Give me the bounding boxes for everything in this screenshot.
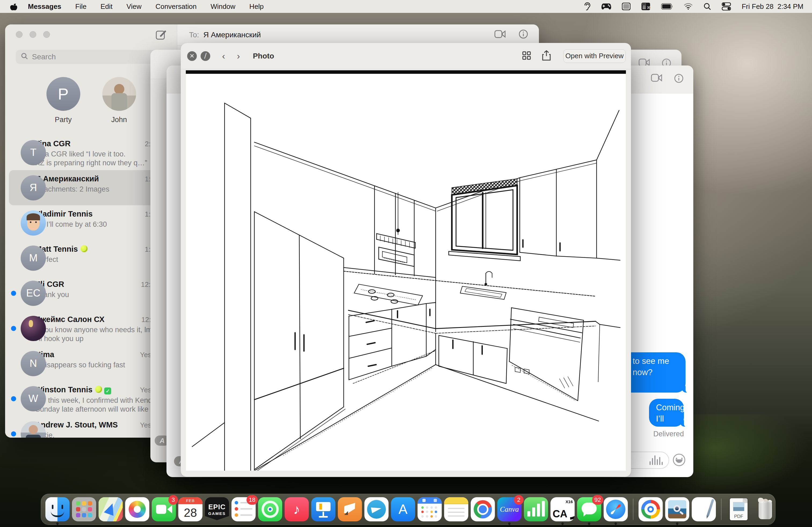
avatar: [102, 77, 136, 111]
message-bubble-outgoing[interactable]: Coming I’ll: [649, 399, 684, 427]
traffic-lights[interactable]: [16, 31, 50, 38]
menu-item-help[interactable]: Help: [249, 2, 264, 11]
video-call-icon[interactable]: [651, 74, 663, 84]
zoom-window-button[interactable]: [43, 31, 50, 38]
control-center-icon[interactable]: [722, 2, 731, 11]
share-icon[interactable]: [542, 50, 551, 62]
dock-divider: [633, 499, 634, 520]
minimize-window-button[interactable]: [30, 31, 36, 38]
photo-preview: [186, 70, 626, 471]
dock-item-launchpad[interactable]: [72, 497, 96, 521]
dock-item-pdf-document[interactable]: PDF: [727, 497, 751, 521]
video-call-icon[interactable]: [494, 30, 506, 40]
running-indicator-dot: [562, 523, 564, 525]
tennis-ball-icon: [95, 386, 102, 393]
battery-icon[interactable]: [661, 3, 673, 10]
dock-divider: [721, 499, 722, 520]
dock-item-find-my[interactable]: [258, 497, 282, 521]
dock-item-app-store[interactable]: A: [391, 497, 415, 521]
avatar: N: [21, 351, 46, 376]
quicklook-window: ✕ ⧸ ‹ › Photo Open with Preview: [181, 43, 631, 477]
svg-text:⌘: ⌘: [647, 6, 650, 10]
quicklook-toolbar: ✕ ⧸ ‹ › Photo Open with Preview: [181, 43, 631, 69]
open-with-preview-button[interactable]: Open with Preview: [563, 49, 626, 63]
unread-dot: [11, 291, 16, 296]
photo-top-black-bar: [186, 70, 626, 74]
info-icon[interactable]: [519, 29, 528, 41]
avatar: T: [21, 140, 46, 165]
compose-icon[interactable]: [155, 29, 167, 42]
close-icon[interactable]: ✕: [187, 51, 197, 61]
dock-item-numbers[interactable]: [524, 497, 548, 521]
command-window-icon[interactable]: ⌘: [641, 2, 650, 11]
kitchen-line-drawing: [186, 74, 626, 471]
dock-item-finder[interactable]: [45, 497, 70, 521]
pinned-contact-party[interactable]: P Party: [46, 77, 80, 124]
audio-waveform-icon[interactable]: [650, 455, 663, 465]
menu-item-window[interactable]: Window: [211, 2, 235, 11]
conversation-name: Andrew J. Stout, WMS: [35, 420, 118, 429]
dock-item-photos[interactable]: [125, 497, 149, 521]
dock-item-trash[interactable]: [753, 497, 777, 521]
chat-header: To: Я Американский: [177, 25, 539, 46]
wifi-icon[interactable]: [684, 3, 693, 10]
info-icon[interactable]: [674, 74, 684, 84]
dock-item-safari[interactable]: [604, 497, 628, 521]
search-icon: [21, 52, 28, 62]
recipient-name: Я Американский: [203, 31, 261, 39]
avatar: M: [21, 245, 46, 271]
menu-item-messages[interactable]: Messages: [28, 2, 61, 11]
pinned-contact-john[interactable]: John: [102, 77, 136, 124]
menu-item-edit[interactable]: Edit: [100, 2, 113, 11]
search-input[interactable]: Search: [16, 50, 170, 64]
dock: 3FEB28EPICGAMES18♪ACanva2X16CA92PDF: [41, 494, 775, 525]
menu-item-view[interactable]: View: [127, 2, 142, 11]
dock-item-telegram[interactable]: [364, 497, 389, 521]
avatar: [21, 210, 46, 236]
dock-item-preview[interactable]: [665, 497, 689, 521]
dock-item-textedit[interactable]: [692, 497, 716, 521]
avatar: EC: [21, 281, 46, 306]
dock-item-calendar[interactable]: FEB28: [178, 497, 202, 521]
dock-item-maps[interactable]: [99, 497, 123, 521]
grid-view-icon[interactable]: [522, 51, 531, 61]
dock-item-canva[interactable]: Canva2: [497, 497, 521, 521]
dock-item-music[interactable]: ♪: [285, 497, 309, 521]
notification-badge: 3: [168, 495, 178, 505]
dock-item-notes[interactable]: [444, 497, 468, 521]
close-window-button[interactable]: [16, 31, 23, 38]
next-item-icon[interactable]: ›: [237, 51, 240, 61]
menu-items: Messages File Edit View Conversation Win…: [28, 2, 264, 11]
hearing-icon[interactable]: [584, 2, 591, 11]
emoji-picker-icon[interactable]: [673, 454, 685, 466]
game-controller-icon[interactable]: [601, 3, 611, 10]
notification-badge: 2: [514, 495, 524, 505]
dock-item-google-calendar[interactable]: [418, 497, 442, 521]
menu-item-conversation[interactable]: Conversation: [156, 2, 197, 11]
running-indicator-dot: [676, 523, 679, 525]
spotlight-search-icon[interactable]: [704, 3, 711, 10]
menu-item-file[interactable]: File: [75, 2, 86, 11]
display-icon[interactable]: [622, 3, 630, 10]
dock-item-chrome[interactable]: [471, 497, 495, 521]
running-indicator-dot: [615, 523, 617, 525]
dock-item-messages[interactable]: 92: [577, 497, 601, 521]
dock-item-reminders[interactable]: 18: [231, 497, 256, 521]
dock-item-epic-games[interactable]: EPICGAMES: [205, 497, 229, 521]
apple-menu-icon[interactable]: [10, 2, 17, 11]
search-placeholder: Search: [32, 52, 56, 61]
dock-item-drive-link[interactable]: [639, 497, 663, 521]
running-indicator-dot: [508, 523, 511, 525]
block-icon[interactable]: ⧸: [201, 51, 210, 61]
quicklook-title: Photo: [253, 52, 274, 60]
conversation-row[interactable]: ЯЯ Американский1:56 PMAttachments: 2 Ima…: [9, 170, 173, 205]
checkmark-icon: ✓: [104, 388, 111, 394]
dock-item-pages[interactable]: [338, 497, 362, 521]
dock-item-facetime[interactable]: 3: [152, 497, 176, 521]
dock-item-keynote[interactable]: [311, 497, 335, 521]
previous-item-icon[interactable]: ‹: [222, 51, 225, 61]
avatar: W: [21, 386, 46, 411]
menu-bar-clock[interactable]: Fri Feb 28 2:34 PM: [742, 2, 803, 11]
dock-item-ca-x16[interactable]: X16CA: [550, 497, 575, 521]
avatar: Я: [21, 175, 46, 200]
